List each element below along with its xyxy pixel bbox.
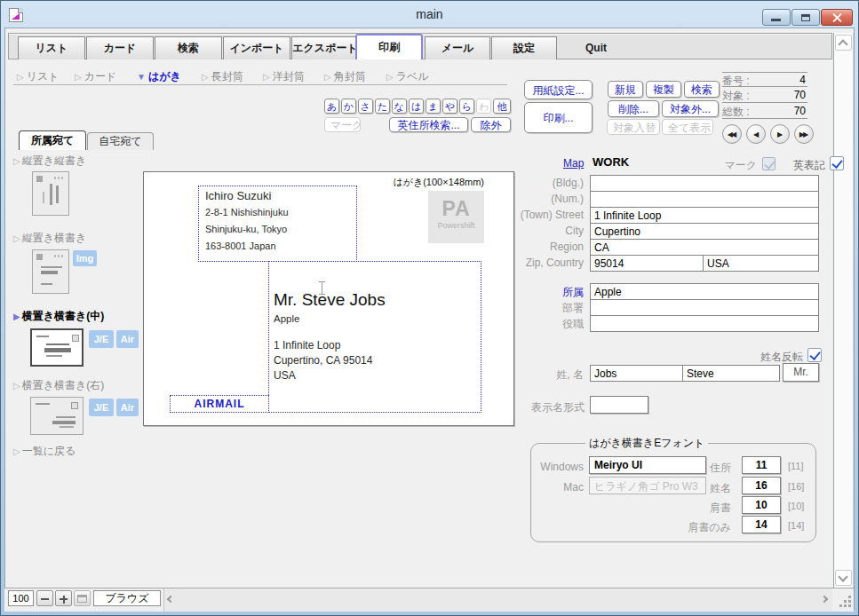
triangle-icon: ▷ <box>13 233 20 243</box>
show-all-button[interactable]: 全て表示 <box>662 119 713 135</box>
postcard-icon-portrait-horizontal[interactable] <box>32 249 69 294</box>
kana-filter-ha[interactable]: は <box>409 99 424 114</box>
sidebar-tab-home-address[interactable]: 自宅宛て <box>87 132 154 150</box>
field-last-name[interactable]: Jobs <box>590 365 683 382</box>
tab-import[interactable]: インポート <box>223 36 290 59</box>
minimize-button[interactable] <box>762 9 791 26</box>
field-department[interactable] <box>590 299 819 316</box>
print-button[interactable]: 印刷... <box>524 102 593 133</box>
title-only-size-field[interactable]: 14 <box>742 516 781 533</box>
airmail-label[interactable]: AIRMAIL <box>170 395 269 413</box>
back-to-list-link[interactable]: ▷一覧に戻る <box>13 444 76 459</box>
total-count-row: 総数 : 70 <box>722 104 807 119</box>
layout-item-landscape-center[interactable]: ▶横置き横書き(中) <box>13 309 104 324</box>
exclude-button[interactable]: 除外 <box>471 117 511 132</box>
layout-item-landscape-right[interactable]: ▷横置き横書き(右) <box>13 378 104 393</box>
subnav-western-envelope[interactable]: ▷洋封筒 <box>263 69 305 83</box>
english-address-search-button[interactable]: 英住所検索... <box>389 117 468 132</box>
sender-address-block[interactable]: Ichiro Suzuki 2-8-1 Nishishinjuku Shinju… <box>198 186 357 262</box>
resize-grip[interactable] <box>839 596 842 598</box>
first-record-button[interactable]: ◀◀ <box>722 124 742 144</box>
new-record-button[interactable]: 新規 <box>608 81 643 98</box>
kana-filter-ya[interactable]: や <box>442 99 457 114</box>
postcard-icon-landscape-right[interactable] <box>30 397 84 435</box>
next-record-button[interactable]: ▶ <box>770 124 790 144</box>
subnav-list[interactable]: ▷リスト <box>17 69 60 83</box>
layout-item-portrait-horizontal[interactable]: ▷縦置き横書き <box>13 231 86 246</box>
field-country[interactable]: USA <box>703 255 819 272</box>
delete-record-button[interactable]: 削除... <box>608 100 659 117</box>
air-badge[interactable]: Air <box>116 330 139 348</box>
sidebar-tab-work-address[interactable]: 所属宛て <box>19 130 86 150</box>
omit-record-button[interactable]: 対象外... <box>662 100 719 117</box>
field-company[interactable]: Apple <box>590 283 819 300</box>
tab-mail[interactable]: メール <box>425 36 490 59</box>
scroll-up-button[interactable] <box>835 35 852 51</box>
layout-mode-button[interactable] <box>74 590 91 606</box>
mark-filter-button[interactable]: マーク <box>324 117 361 132</box>
subnav-card[interactable]: ▷カード <box>75 69 116 83</box>
subnav-label[interactable]: ▷ラベル <box>386 69 429 83</box>
postcard-icon-landscape-center[interactable] <box>30 328 84 367</box>
kana-filter-na[interactable]: な <box>392 99 407 114</box>
tab-settings[interactable]: 設定 <box>491 36 557 59</box>
kana-filter-other[interactable]: 他 <box>493 99 511 114</box>
field-number[interactable] <box>590 191 819 208</box>
postcard-icon-portrait-vertical[interactable] <box>32 171 69 216</box>
mode-selector[interactable]: ブラウズ <box>93 590 161 606</box>
subnav-postcard[interactable]: ▼はがき <box>137 69 181 83</box>
duplicate-record-button[interactable]: 複製 <box>646 81 681 98</box>
display-name-format-field[interactable] <box>590 396 648 414</box>
air-badge[interactable]: Air <box>116 399 139 416</box>
kana-filter-ta[interactable]: た <box>375 99 390 114</box>
field-city[interactable]: Cupertino <box>590 223 819 240</box>
kana-filter-a[interactable]: あ <box>324 99 339 114</box>
maximize-button[interactable] <box>791 9 820 26</box>
je-badge[interactable]: J/E <box>89 330 114 348</box>
subnav-long-envelope[interactable]: ▷長封筒 <box>202 69 243 83</box>
tab-list[interactable]: リスト <box>18 36 85 59</box>
field-region[interactable]: CA <box>590 239 819 256</box>
field-job-title[interactable] <box>590 315 819 332</box>
je-badge[interactable]: J/E <box>89 399 114 416</box>
kana-filter-ma[interactable]: ま <box>426 99 441 114</box>
recipient-address-block[interactable]: Mr. Steve Jobs Apple 1 Infinite Loop Cup… <box>268 261 481 413</box>
field-street[interactable]: 1 Infinite Loop <box>590 207 819 224</box>
tab-card[interactable]: カード <box>86 36 154 59</box>
img-badge[interactable]: Img <box>73 250 97 266</box>
title-size-field[interactable]: 10 <box>742 496 781 514</box>
tab-export[interactable]: エクスポート <box>291 36 359 59</box>
map-link[interactable]: Map <box>563 157 584 170</box>
field-first-name[interactable]: Steve <box>682 365 780 382</box>
kana-filter-wa[interactable]: わ <box>476 99 491 114</box>
address-size-field[interactable]: 11 <box>742 456 781 474</box>
paper-setup-button[interactable]: 用紙設定... <box>524 80 593 99</box>
field-building[interactable] <box>590 175 819 192</box>
kana-filter-ka[interactable]: か <box>341 99 356 114</box>
subnav-square-envelope[interactable]: ▷角封筒 <box>324 69 366 83</box>
honorific-button[interactable]: Mr. <box>783 363 819 382</box>
zoom-out-button[interactable] <box>36 590 53 606</box>
prev-record-button[interactable]: ◀ <box>746 124 766 144</box>
swap-found-set-button[interactable]: 対象入替 <box>607 119 660 135</box>
sender-line: 2-8-1 Nishishinjuku <box>205 204 356 221</box>
name-swap-checkbox[interactable] <box>807 348 822 362</box>
v-scrollbar[interactable] <box>833 33 854 588</box>
kana-filter-ra[interactable]: ら <box>459 99 474 114</box>
app-icon[interactable] <box>9 8 23 22</box>
name-size-field[interactable]: 16 <box>742 477 781 494</box>
tab-search[interactable]: 検索 <box>155 36 222 59</box>
layout-item-portrait-vertical[interactable]: ▷縦置き縦書き <box>13 154 86 169</box>
zoom-in-button[interactable] <box>55 590 72 606</box>
scroll-down-button[interactable] <box>835 570 852 586</box>
zoom-level-field[interactable]: 100 <box>8 590 34 606</box>
tab-quit[interactable]: Quit <box>558 36 634 59</box>
h-scrollbar[interactable] <box>163 588 832 612</box>
english-notation-checkbox[interactable] <box>830 156 844 170</box>
close-button[interactable] <box>821 9 853 26</box>
tab-print[interactable]: 印刷 <box>355 34 423 59</box>
last-record-button[interactable]: ▶▶ <box>794 124 814 144</box>
kana-filter-sa[interactable]: さ <box>358 99 373 114</box>
find-button[interactable]: 検索 <box>684 81 720 98</box>
field-zip[interactable]: 95014 <box>590 255 704 272</box>
